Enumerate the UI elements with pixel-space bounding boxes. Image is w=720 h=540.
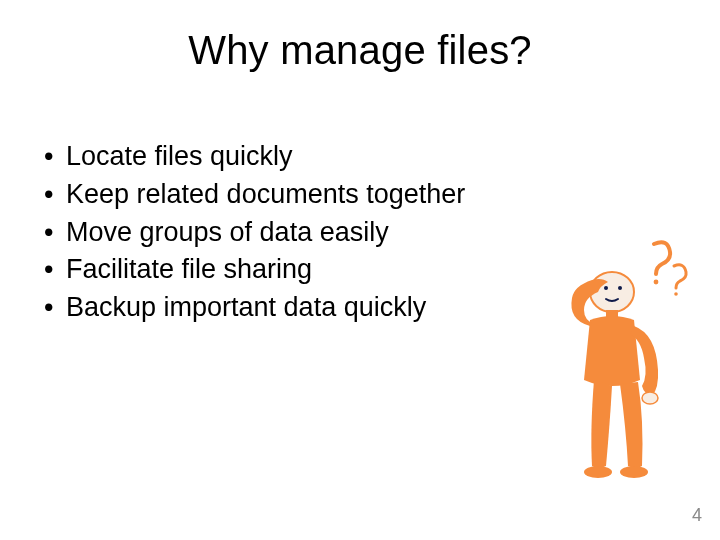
svg-point-3 (604, 286, 608, 290)
bullet-item: Locate files quickly (38, 140, 640, 174)
svg-point-8 (620, 466, 648, 478)
question-marks-icon (654, 242, 687, 296)
svg-point-4 (618, 286, 622, 290)
page-number: 4 (692, 505, 702, 526)
thinking-person-icon (534, 236, 694, 486)
slide: Why manage files? Locate files quickly K… (0, 0, 720, 540)
slide-title: Why manage files? (0, 28, 720, 73)
svg-point-1 (674, 292, 678, 296)
svg-point-0 (654, 280, 659, 285)
svg-point-6 (642, 392, 658, 404)
bullet-item: Keep related documents together (38, 178, 640, 212)
svg-point-7 (584, 466, 612, 478)
